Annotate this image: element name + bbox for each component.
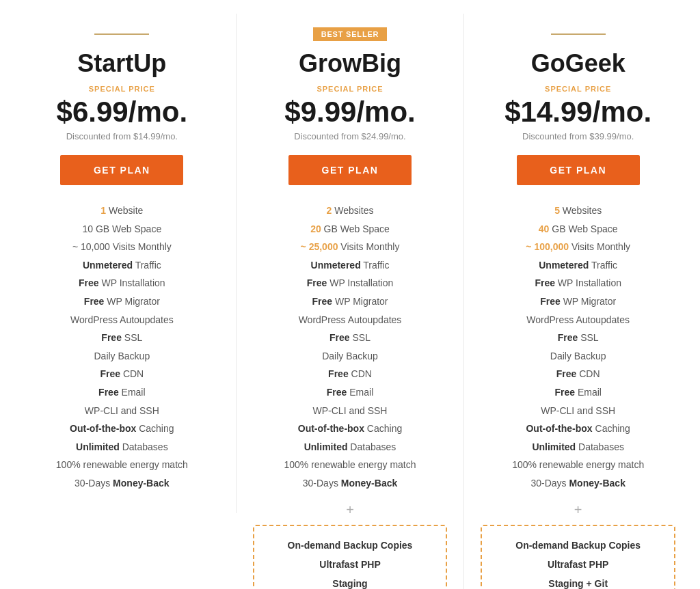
plan-price-growbig: $9.99/mo. [253,96,448,128]
feature-item: 100% renewable energy match [25,456,219,474]
feature-item: Daily Backup [25,347,219,366]
features-list-gogeek: 5 Websites40 GB Web Space~ 100,000 Visit… [481,202,675,493]
extra-feature-item: Ultrafast PHP [489,555,667,574]
features-list-startup: 1 Website10 GB Web Space~ 10,000 Visits … [25,202,219,493]
feature-item: 10 GB Web Space [25,220,219,238]
feature-item: Unlimited Databases [253,438,448,456]
feature-item: 2 Websites [253,202,448,220]
best-seller-badge: BEST SELLER [313,27,388,41]
top-bar-gogeek [481,27,675,41]
feature-item: ~ 10,000 Visits Monthly [25,238,219,256]
feature-item: ~ 100,000 Visits Monthly [481,238,675,256]
feature-item: Free CDN [25,365,219,383]
feature-item: Free SSL [25,329,219,347]
feature-item: Free SSL [253,329,448,347]
feature-item: Free WP Installation [481,274,675,292]
feature-item: Unmetered Traffic [25,256,219,275]
feature-item: WP-CLI and SSH [481,402,675,420]
feature-item: Unmetered Traffic [481,256,675,275]
feature-item: Free Email [25,383,219,402]
feature-item: Daily Backup [253,347,448,366]
plan-column-gogeek: GoGeekSPECIAL PRICE$14.99/mo.Discounted … [464,14,692,589]
top-bar-line-startup [94,33,149,35]
feature-item: 40 GB Web Space [481,220,675,238]
feature-item: Out-of-the-box Caching [25,420,219,438]
feature-item: 100% renewable energy match [481,456,675,474]
feature-item: Unlimited Databases [481,438,675,456]
plus-divider-gogeek: + [481,502,675,518]
feature-item: 30-Days Money-Back [25,474,219,493]
get-plan-button-growbig[interactable]: GET PLAN [288,155,412,185]
feature-item: Free WP Installation [253,274,448,292]
get-plan-button-gogeek[interactable]: GET PLAN [517,155,640,185]
extra-feature-item: Staging [261,574,440,590]
discounted-from-startup: Discounted from $14.99/mo. [25,131,219,141]
feature-item: Free Email [253,383,448,402]
plus-divider-growbig: + [253,502,448,518]
feature-item: WordPress Autoupdates [253,311,448,329]
get-plan-button-startup[interactable]: GET PLAN [60,155,183,185]
feature-item: Free WP Migrator [253,292,448,311]
plan-column-growbig: BEST SELLERGrowBigSPECIAL PRICE$9.99/mo.… [237,14,465,589]
feature-item: WP-CLI and SSH [25,402,219,420]
feature-item: 1 Website [25,202,219,220]
feature-item: Daily Backup [481,347,675,366]
feature-item: Unmetered Traffic [253,256,448,275]
feature-item: 100% renewable energy match [253,456,448,474]
discounted-from-growbig: Discounted from $24.99/mo. [253,131,448,141]
plan-price-startup: $6.99/mo. [25,96,219,128]
special-price-label-gogeek: SPECIAL PRICE [481,85,675,93]
feature-item: Free WP Migrator [481,292,675,311]
feature-item: Out-of-the-box Caching [481,420,675,438]
top-bar-startup [25,27,219,41]
top-bar-line-gogeek [551,33,606,35]
plan-name-startup: StartUp [25,49,219,78]
feature-item: Free SSL [481,329,675,347]
extra-feature-item: Ultrafast PHP [261,555,440,574]
feature-item: ~ 25,000 Visits Monthly [253,238,448,256]
extra-feature-item: On-demand Backup Copies [489,536,667,555]
features-list-growbig: 2 Websites20 GB Web Space~ 25,000 Visits… [253,202,448,493]
feature-item: Free CDN [253,365,448,383]
discounted-from-gogeek: Discounted from $39.99/mo. [481,131,675,141]
extra-box-gogeek: On-demand Backup CopiesUltrafast PHPStag… [481,525,675,590]
feature-item: WordPress Autoupdates [481,311,675,329]
top-bar-growbig: BEST SELLER [253,27,448,41]
extra-feature-item: On-demand Backup Copies [261,536,440,555]
feature-item: Free CDN [481,365,675,383]
feature-item: 30-Days Money-Back [253,474,448,493]
extra-box-growbig: On-demand Backup CopiesUltrafast PHPStag… [253,525,448,590]
special-price-label-startup: SPECIAL PRICE [25,85,219,93]
special-price-label-growbig: SPECIAL PRICE [253,85,448,93]
feature-item: WP-CLI and SSH [253,402,448,420]
plan-name-gogeek: GoGeek [481,49,675,78]
feature-item: WordPress Autoupdates [25,311,219,329]
feature-item: Out-of-the-box Caching [253,420,448,438]
feature-item: 30-Days Money-Back [481,474,675,493]
feature-item: 5 Websites [481,202,675,220]
extra-feature-item: Staging + Git [489,574,667,590]
pricing-container: StartUpSPECIAL PRICE$6.99/mo.Discounted … [8,14,692,589]
feature-item: Free Email [481,383,675,402]
feature-item: Free WP Migrator [25,292,219,311]
plan-name-growbig: GrowBig [253,49,448,78]
feature-item: Unlimited Databases [25,438,219,456]
plan-price-gogeek: $14.99/mo. [481,96,675,128]
feature-item: Free WP Installation [25,274,219,292]
plan-column-startup: StartUpSPECIAL PRICE$6.99/mo.Discounted … [8,14,237,513]
feature-item: 20 GB Web Space [253,220,448,238]
